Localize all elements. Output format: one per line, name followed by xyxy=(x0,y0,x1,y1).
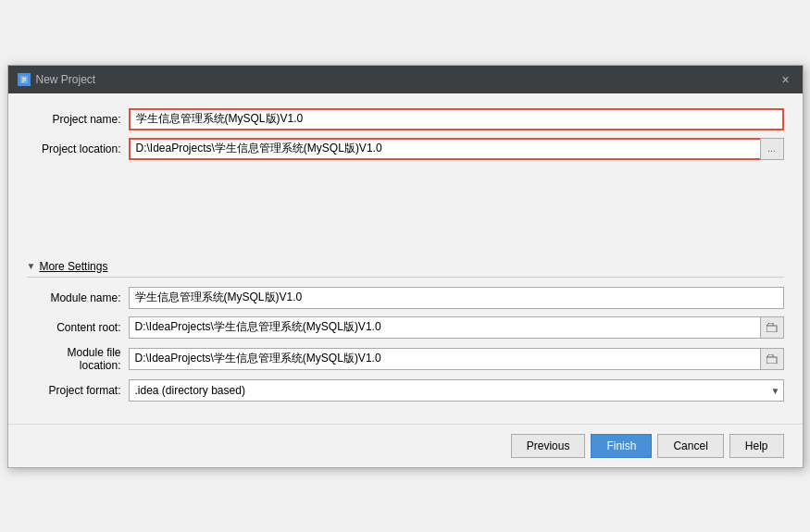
project-format-select-wrapper: .idea (directory based) .ipr (file based… xyxy=(129,379,784,402)
dialog-body: Project name: Project location: ... ▼ Mo… xyxy=(8,93,803,424)
previous-button[interactable]: Previous xyxy=(511,434,586,458)
finish-button[interactable]: Finish xyxy=(591,434,652,458)
module-name-input[interactable] xyxy=(129,287,784,309)
spacer xyxy=(27,167,784,241)
module-name-label: Module name: xyxy=(27,291,129,304)
title-bar: New Project × xyxy=(8,66,803,93)
dialog-icon xyxy=(18,73,31,86)
more-settings-header: ▼ More Settings xyxy=(27,260,784,278)
close-button[interactable]: × xyxy=(779,72,793,87)
help-button[interactable]: Help xyxy=(729,434,784,458)
more-settings-toggle[interactable]: More Settings xyxy=(39,260,107,273)
project-location-label: Project location: xyxy=(27,142,129,155)
title-bar-left: New Project xyxy=(18,73,96,86)
project-name-input-wrapper xyxy=(129,108,784,130)
project-name-row: Project name: xyxy=(27,108,784,130)
content-root-browse-button[interactable] xyxy=(760,316,784,339)
svg-rect-1 xyxy=(22,78,26,79)
module-name-input-wrapper xyxy=(129,287,784,309)
module-file-location-browse-button[interactable] xyxy=(760,348,784,370)
project-location-input-group: ... xyxy=(129,138,784,160)
dialog-footer: Previous Finish Cancel Help xyxy=(8,424,803,467)
content-root-input-group xyxy=(129,316,784,339)
project-format-select[interactable]: .idea (directory based) .ipr (file based… xyxy=(129,379,784,402)
more-settings-arrow-icon: ▼ xyxy=(27,261,36,271)
project-location-input[interactable] xyxy=(129,138,760,160)
content-root-input[interactable] xyxy=(129,316,760,339)
svg-rect-5 xyxy=(766,357,777,364)
project-name-input[interactable] xyxy=(129,108,784,130)
module-file-location-row: Module file location: xyxy=(27,346,784,372)
module-file-location-input[interactable] xyxy=(129,348,760,370)
content-root-label: Content root: xyxy=(27,321,129,334)
dialog-title: New Project xyxy=(36,73,96,86)
project-format-row: Project format: .idea (directory based) … xyxy=(27,379,784,402)
more-settings-section: ▼ More Settings Module name: Content roo… xyxy=(27,260,784,402)
cancel-button[interactable]: Cancel xyxy=(657,434,723,458)
project-location-row: Project location: ... xyxy=(27,138,784,160)
svg-rect-4 xyxy=(766,326,777,332)
module-file-location-label: Module file location: xyxy=(27,346,129,372)
project-name-label: Project name: xyxy=(27,113,129,126)
new-project-dialog: New Project × Project name: Project loca… xyxy=(7,65,804,468)
project-format-label: Project format: xyxy=(27,384,129,397)
svg-rect-3 xyxy=(22,81,24,82)
svg-rect-2 xyxy=(22,80,26,80)
project-location-browse-button[interactable]: ... xyxy=(760,138,784,160)
content-root-row: Content root: xyxy=(27,316,784,339)
module-name-row: Module name: xyxy=(27,287,784,309)
module-file-location-input-group xyxy=(129,348,784,370)
